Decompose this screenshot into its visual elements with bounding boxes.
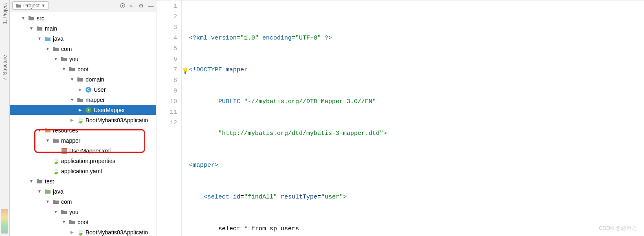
line-number: 8 bbox=[156, 75, 177, 86]
hide-icon[interactable]: — bbox=[148, 2, 154, 9]
project-tree[interactable]: ▼ src ▼ main ▼ java ▼ com ▼ you ▼ bbox=[10, 11, 156, 236]
tree-node-test[interactable]: ▼ test bbox=[10, 176, 156, 186]
spring-icon: 🍃 bbox=[53, 158, 59, 164]
tree-node-app-props[interactable]: 🍃 application.properties bbox=[10, 156, 156, 166]
tree-node-app-yaml[interactable]: 🍃 application.yaml bbox=[10, 166, 156, 176]
line-number: 9 bbox=[156, 86, 177, 97]
rail-tab-project[interactable]: 1: Project bbox=[1, 1, 9, 26]
project-panel: Project ▼ ⦿ ⇤ ⚙ — ▼ src ▼ main ▼ jav bbox=[10, 0, 156, 236]
project-view-selector[interactable]: Project ▼ bbox=[12, 1, 49, 10]
gear-icon[interactable]: ⚙ bbox=[138, 2, 144, 9]
chevron-down-icon: ▼ bbox=[41, 3, 45, 8]
tree-node-src[interactable]: ▼ src bbox=[10, 13, 156, 23]
spring-icon: 🍃 bbox=[77, 229, 84, 236]
tree-node-test-com[interactable]: ▼ com bbox=[10, 196, 156, 207]
line-number: 2 bbox=[156, 12, 177, 22]
tree-node-java[interactable]: ▼ java bbox=[10, 33, 156, 44]
tree-node-mapper-dir[interactable]: ▼ mapper bbox=[10, 135, 156, 146]
tree-node-you[interactable]: ▼ you bbox=[10, 54, 156, 64]
spring-icon: 🍃 bbox=[53, 168, 59, 174]
tree-node-usermapper-iface[interactable]: ▶I UserMapper bbox=[10, 105, 156, 115]
tree-node-usermapper-xml[interactable]: UserMapper.xml bbox=[10, 146, 156, 156]
tree-node-boot[interactable]: ▼ boot bbox=[10, 64, 156, 74]
tree-node-bootapp[interactable]: ▶🍃 BootMybatis03Applicatio bbox=[10, 115, 156, 125]
line-number: 6 bbox=[156, 54, 177, 65]
collapse-icon[interactable]: ⇤ bbox=[130, 2, 134, 9]
tree-node-user-class[interactable]: ▶C User bbox=[10, 84, 156, 95]
spring-icon: 🍃 bbox=[77, 117, 84, 124]
tree-node-domain[interactable]: ▼ domain bbox=[10, 74, 156, 84]
memory-meter bbox=[1, 209, 8, 234]
expand-arrow-icon[interactable]: ▼ bbox=[20, 16, 26, 20]
tree-node-main[interactable]: ▼ main bbox=[10, 23, 156, 33]
editor-area: 🍃application.yaml×IUserMapper.java×🍃Boot… bbox=[156, 0, 644, 236]
line-number: 4 bbox=[156, 33, 177, 44]
line-number: 11 bbox=[156, 107, 177, 118]
tree-node-com[interactable]: ▼ com bbox=[10, 44, 156, 54]
tree-node-mapper-pkg[interactable]: ▼ mapper bbox=[10, 95, 156, 105]
tree-node-test-bootapp[interactable]: ▶🍃 BootMybatis03Applicatio bbox=[10, 227, 156, 236]
code-editor[interactable]: 💡 123456789101112 <?xml version="1.0" en… bbox=[156, 0, 644, 236]
line-number: 1 bbox=[156, 1, 177, 12]
rail-tab-structure[interactable]: 7: Structure bbox=[1, 53, 9, 83]
interface-icon: I bbox=[86, 107, 91, 113]
tree-node-test-boot[interactable]: ▼ boot bbox=[10, 217, 156, 227]
code-content[interactable]: <?xml version="1.0" encoding="UTF-8" ?> … bbox=[182, 0, 644, 236]
line-number: 12 bbox=[156, 118, 177, 128]
line-number: 3 bbox=[156, 22, 177, 33]
xml-file-icon bbox=[62, 148, 67, 154]
tree-node-resources[interactable]: ▼ resources bbox=[10, 125, 156, 135]
panel-title: Project bbox=[23, 2, 40, 9]
line-number: 10 bbox=[156, 97, 177, 107]
tree-node-test-you[interactable]: ▼ you bbox=[10, 207, 156, 217]
line-number: 7 bbox=[156, 65, 177, 75]
folder-icon bbox=[16, 3, 22, 9]
project-panel-header: Project ▼ ⦿ ⇤ ⚙ — bbox=[10, 0, 156, 11]
tree-node-test-java[interactable]: ▼ java bbox=[10, 186, 156, 196]
class-icon: C bbox=[86, 87, 91, 93]
locate-icon[interactable]: ⦿ bbox=[120, 2, 125, 9]
tool-window-rail: 1: Project 7: Structure bbox=[0, 0, 10, 236]
line-gutter: 💡 123456789101112 bbox=[156, 0, 182, 236]
line-number: 5 bbox=[156, 44, 177, 54]
